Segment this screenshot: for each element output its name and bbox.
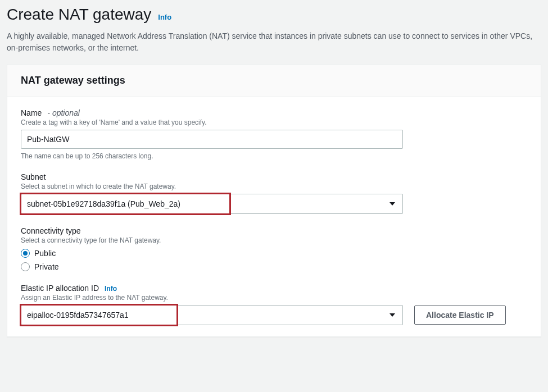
name-optional: - optional — [47, 108, 80, 117]
connectivity-helper: Select a connectivity type for the NAT g… — [21, 236, 527, 244]
name-label-row: Name - optional — [21, 108, 527, 117]
eip-helper: Assign an Elastic IP address to the NAT … — [21, 294, 527, 302]
connectivity-field: Connectivity type Select a connectivity … — [21, 226, 527, 271]
subnet-helper: Select a subnet in which to create the N… — [21, 183, 527, 190]
page-header: Create NAT gateway Info A highly availab… — [7, 6, 541, 54]
eip-info-link[interactable]: Info — [105, 285, 117, 293]
panel-header: NAT gateway settings — [7, 65, 541, 97]
connectivity-label: Connectivity type — [21, 226, 81, 235]
radio-unchecked-icon — [21, 262, 30, 271]
page-title-row: Create NAT gateway Info — [7, 6, 541, 24]
subnet-select-value: subnet-05b1e92718da39f1a (Pub_Web_2a) — [27, 199, 180, 208]
page-title: Create NAT gateway — [7, 6, 151, 24]
eip-label-row: Elastic IP allocation ID Info — [21, 284, 527, 293]
connectivity-radio-group: Public Private — [21, 249, 527, 271]
connectivity-public-radio[interactable]: Public — [21, 249, 527, 258]
name-label: Name — [21, 108, 42, 117]
panel-title: NAT gateway settings — [21, 75, 527, 86]
eip-field: Elastic IP allocation ID Info Assign an … — [21, 284, 527, 325]
eip-select[interactable]: eipalloc-0195fda57347657a1 — [21, 305, 403, 325]
name-footer: The name can be up to 256 characters lon… — [21, 152, 527, 160]
subnet-label-row: Subnet — [21, 172, 527, 181]
page-description: A highly available, managed Network Addr… — [7, 30, 541, 54]
connectivity-private-radio[interactable]: Private — [21, 262, 527, 271]
allocate-elastic-ip-button[interactable]: Allocate Elastic IP — [414, 306, 506, 325]
connectivity-label-row: Connectivity type — [21, 226, 527, 235]
panel-body: Name - optional Create a tag with a key … — [7, 97, 541, 336]
eip-label: Elastic IP allocation ID — [21, 284, 99, 293]
info-link[interactable]: Info — [158, 13, 171, 21]
chevron-down-icon — [389, 200, 396, 207]
connectivity-private-label: Private — [34, 262, 59, 271]
subnet-label: Subnet — [21, 172, 46, 181]
eip-select-value: eipalloc-0195fda57347657a1 — [27, 311, 129, 320]
chevron-down-icon — [389, 312, 396, 318]
subnet-select-wrap: subnet-05b1e92718da39f1a (Pub_Web_2a) — [21, 194, 403, 214]
subnet-select[interactable]: subnet-05b1e92718da39f1a (Pub_Web_2a) — [21, 194, 403, 214]
settings-panel: NAT gateway settings Name - optional Cre… — [7, 64, 541, 337]
eip-select-wrap: eipalloc-0195fda57347657a1 — [21, 305, 403, 325]
name-helper: Create a tag with a key of 'Name' and a … — [21, 118, 527, 126]
radio-checked-icon — [21, 249, 30, 258]
radio-dot-icon — [23, 251, 28, 256]
name-field: Name - optional Create a tag with a key … — [21, 108, 527, 160]
eip-row: eipalloc-0195fda57347657a1 Allocate Elas… — [21, 305, 527, 325]
connectivity-public-label: Public — [34, 249, 56, 258]
name-input[interactable] — [21, 130, 403, 149]
subnet-field: Subnet Select a subnet in which to creat… — [21, 172, 527, 214]
